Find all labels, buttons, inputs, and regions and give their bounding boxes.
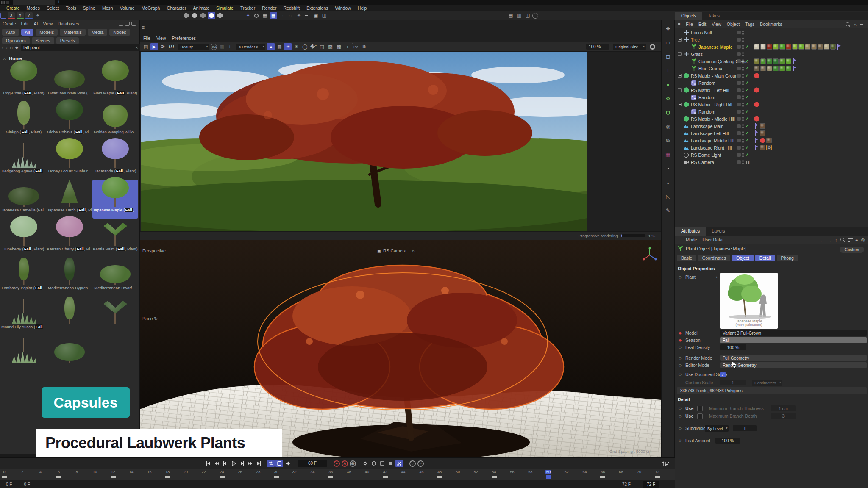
zoom-level-field[interactable]: 100 % [586, 44, 609, 50]
lock-icon[interactable]: 🔒︎ [856, 237, 858, 243]
enabled-check-icon[interactable]: ✓ [745, 87, 750, 93]
autokey-button[interactable]: A [342, 460, 348, 467]
asset-tile[interactable]: Honey Locust 'Sunbur... [47, 141, 92, 180]
material-tag[interactable] [786, 44, 791, 50]
visibility-dots[interactable] [742, 45, 744, 49]
use-min-branch-checkbox[interactable]: ✓ [697, 406, 703, 411]
attr-tab-button-object[interactable]: Object [732, 255, 753, 261]
asset-tile[interactable]: Japanese Maple (Fall, ... [92, 180, 138, 219]
zoom-fit-dropdown[interactable]: Original Size [613, 44, 646, 50]
object-mode-icon[interactable]: ● [664, 80, 672, 89]
prev-key-button[interactable] [213, 460, 220, 467]
camera-rotate-icon[interactable]: ↻ [412, 248, 416, 253]
material-tag[interactable] [792, 44, 798, 50]
asset-tile[interactable]: Jacaranda (Fall, Plant) [92, 141, 138, 180]
enabled-check-icon[interactable]: ❚❚ [745, 161, 750, 164]
back-icon[interactable]: ‹ [2, 45, 3, 50]
document-tab[interactable] [13, 0, 55, 5]
object-row-random[interactable]: Random✓ [675, 94, 868, 101]
menu-select[interactable]: Select [44, 6, 62, 11]
asset-tile[interactable]: Juneberry (Fall, Plant) [1, 219, 47, 258]
enabled-check-icon[interactable]: ✓ [745, 130, 750, 136]
visibility-dots[interactable] [742, 124, 744, 128]
keyframe-marker[interactable] [2, 476, 7, 478]
plant-preview-thumbnail[interactable]: Japanese Maple (Acer palmatum) [720, 273, 778, 329]
stripes-icon[interactable]: ▨ [326, 43, 334, 50]
new-tab-icon[interactable]: + [58, 0, 60, 4]
y-axis-button[interactable]: Y [17, 12, 24, 19]
search-icon[interactable] [846, 22, 850, 27]
range-start-field[interactable]: 0 F [24, 482, 30, 487]
object-row-tree[interactable]: Tree [675, 36, 868, 43]
viewport-label[interactable]: Perspective [142, 248, 166, 253]
material-tag[interactable] [760, 123, 765, 129]
om-menu-view[interactable]: View [712, 22, 721, 27]
material-tag[interactable] [767, 44, 772, 50]
material-tag[interactable] [760, 44, 766, 50]
attr-tab-layers[interactable]: Layers [706, 227, 731, 236]
om-panel-menu-icon[interactable]: ≡ [678, 22, 680, 27]
om-menu-file[interactable]: File [686, 22, 693, 27]
quantize-icon[interactable]: ▦ [270, 12, 277, 19]
material-tag[interactable] [754, 66, 760, 71]
annotation-flag-icon[interactable] [754, 123, 759, 129]
asset-menu-ai[interactable]: AI [34, 21, 38, 26]
asset-tile[interactable]: Kanzan Cherry (Fall, Pl... [47, 219, 92, 258]
region-icon[interactable]: �“ [309, 43, 317, 50]
expand-arrow-icon[interactable]: › [716, 274, 718, 280]
page-icon[interactable]: 🗎 [360, 43, 368, 50]
attr-tab-button-phong[interactable]: Phong [777, 255, 798, 261]
leaf-amount-field[interactable]: 100 % [715, 438, 740, 444]
menu-window[interactable]: Window [332, 6, 354, 11]
anim-dot-icon[interactable]: ◇ [679, 356, 682, 360]
keyframe-marker[interactable] [383, 476, 388, 478]
om-tab-objects[interactable]: Objects [675, 12, 702, 20]
object-row-rs-matrix-main-ground[interactable]: RS Matrix - Main Ground✓ [675, 72, 868, 79]
redshift-tag-icon[interactable] [754, 116, 760, 122]
asset-tile[interactable]: Lombardy Poplar (Fall... [1, 258, 47, 297]
menu-simulate[interactable]: Simulate [213, 6, 236, 11]
record-button[interactable]: ● [334, 460, 340, 467]
object-row-random[interactable]: Random✓ [675, 108, 868, 115]
rerender-icon[interactable]: ⟳ [159, 43, 167, 50]
visibility-dots[interactable] [742, 110, 744, 114]
rt-label[interactable]: RT [169, 44, 175, 49]
solo-on-button[interactable]: ◔ [417, 460, 424, 467]
asset-tile[interactable]: Kentia Palm (Fall, Plant) [92, 219, 138, 258]
collapse-icon[interactable]: ‹‹ [3, 56, 6, 61]
tiles-icon[interactable]: ▦ [275, 43, 283, 50]
model-mode-icon[interactable]: ◻ [664, 53, 672, 61]
sim-scene-icon[interactable] [182, 12, 190, 19]
attr-tab-button-coordinates[interactable]: Coordinates [698, 255, 731, 261]
keyframe-marker[interactable] [437, 476, 442, 478]
asset-tile[interactable]: Ginkgo (Fall, Plant) [1, 102, 47, 141]
ring-icon[interactable]: ◎ [664, 122, 672, 131]
menu-create[interactable]: Create [3, 6, 23, 11]
range-end-field[interactable]: 72 F [643, 481, 659, 488]
subdivision-field[interactable]: 1 [733, 425, 757, 431]
filter-scenes[interactable]: Scenes [32, 37, 54, 44]
menu-mograph[interactable]: MoGraph [139, 6, 163, 11]
object-row-rs-matrix-right-hill[interactable]: RS Matrix - Right Hill✓ [675, 101, 868, 108]
screen-layout-icon[interactable]: ▤ [507, 12, 515, 19]
x-axis-button[interactable]: X [8, 12, 15, 19]
annotation-flag-icon[interactable] [792, 58, 797, 64]
material-tag[interactable] [779, 44, 785, 50]
asset-tile[interactable]: Mediterranean Cypres... [47, 258, 92, 297]
keyframe-marker[interactable] [165, 476, 170, 478]
asset-menu-edit[interactable]: Edit [21, 21, 29, 26]
visibility-dots[interactable] [742, 88, 744, 92]
keyframe-dot-icon[interactable]: ◆ [679, 338, 682, 342]
goto-end-button[interactable] [255, 460, 263, 467]
key-scale-button[interactable] [378, 460, 386, 467]
redshift-tag-icon[interactable] [760, 138, 765, 143]
timeline-ruler[interactable]: 0246810121416182022242628303234363840424… [0, 469, 675, 480]
sim-rigidbody-icon[interactable] [216, 12, 224, 19]
clear-search-icon[interactable]: × [136, 45, 138, 50]
enabled-check-icon[interactable]: ✓ [745, 123, 750, 129]
subdivision-mode-dropdown[interactable]: By Level [705, 425, 729, 432]
enabled-check-icon[interactable]: ✓ [745, 109, 750, 114]
redshift-tag-icon[interactable] [754, 102, 760, 107]
gear-icon[interactable] [664, 108, 672, 117]
object-row-landscape-middle-hill[interactable]: Landscape Middle Hill✓ [675, 137, 868, 144]
